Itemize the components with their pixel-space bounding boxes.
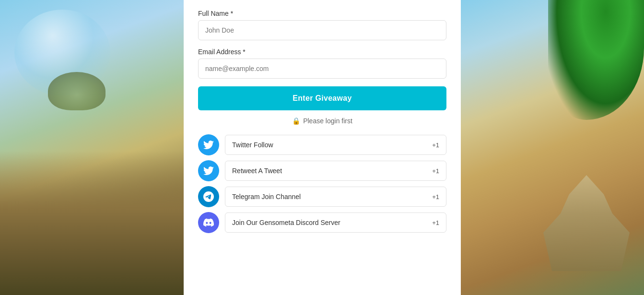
task-twitter-follow[interactable]: Twitter Follow +1 bbox=[198, 134, 446, 155]
retweet-points: +1 bbox=[432, 167, 439, 175]
discord-icon bbox=[203, 217, 214, 228]
telegram-points: +1 bbox=[432, 193, 439, 201]
modal-panel: Full Name * Email Address * Enter Giveaw… bbox=[184, 0, 461, 295]
full-name-group: Full Name * bbox=[198, 10, 446, 40]
task-retweet[interactable]: Retweet A Tweet +1 bbox=[198, 160, 446, 181]
lock-icon: 🔒 bbox=[292, 117, 300, 125]
email-label: Email Address * bbox=[198, 48, 446, 56]
twitter-icon bbox=[203, 140, 214, 150]
email-group: Email Address * bbox=[198, 48, 446, 79]
retweet-icon-circle bbox=[198, 160, 219, 181]
retweet-task-box[interactable]: Retweet A Tweet +1 bbox=[225, 161, 446, 181]
twitter-icon-2 bbox=[203, 165, 214, 176]
retweet-label: Retweet A Tweet bbox=[232, 167, 282, 175]
stone-structure bbox=[543, 175, 630, 271]
twitter-follow-icon-circle bbox=[198, 134, 219, 155]
full-name-label: Full Name * bbox=[198, 10, 446, 17]
discord-task-box[interactable]: Join Our Gensometa Discord Server +1 bbox=[225, 212, 446, 233]
login-notice-text: Please login first bbox=[303, 117, 352, 125]
task-telegram[interactable]: Telegram Join Channel +1 bbox=[198, 186, 446, 207]
telegram-label: Telegram Join Channel bbox=[232, 193, 301, 201]
twitter-follow-label: Twitter Follow bbox=[232, 141, 273, 149]
twitter-follow-points: +1 bbox=[432, 142, 439, 149]
enter-giveaway-button[interactable]: Enter Giveaway bbox=[198, 86, 446, 110]
email-input[interactable] bbox=[198, 59, 446, 79]
social-task-list: Twitter Follow +1 Retweet A Tweet +1 bbox=[198, 134, 446, 233]
discord-label: Join Our Gensometa Discord Server bbox=[232, 219, 340, 226]
telegram-icon bbox=[203, 191, 214, 202]
discord-icon-circle bbox=[198, 212, 219, 233]
telegram-icon-circle bbox=[198, 186, 219, 207]
telegram-task-box[interactable]: Telegram Join Channel +1 bbox=[225, 187, 446, 207]
background-left bbox=[0, 0, 185, 295]
task-discord[interactable]: Join Our Gensometa Discord Server +1 bbox=[198, 212, 446, 233]
discord-points: +1 bbox=[432, 219, 439, 226]
full-name-input[interactable] bbox=[198, 20, 446, 40]
background-right bbox=[459, 0, 644, 295]
login-notice: 🔒 Please login first bbox=[198, 117, 446, 125]
floating-island bbox=[48, 72, 105, 110]
twitter-follow-task-box[interactable]: Twitter Follow +1 bbox=[225, 135, 446, 155]
